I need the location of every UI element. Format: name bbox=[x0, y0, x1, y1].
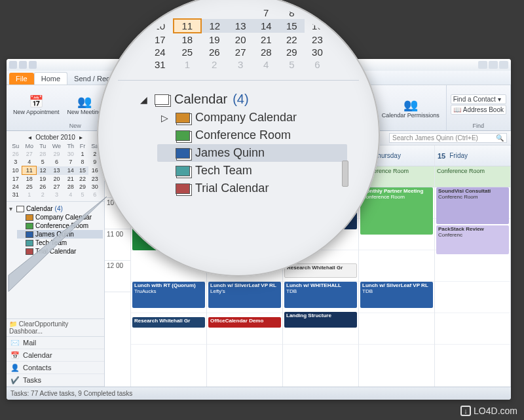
navigation-pane: ◂ October 2010 ▸ SuMoTuWeThFrSa 26272829… bbox=[7, 131, 105, 387]
watermark: LO4D.com bbox=[460, 406, 517, 416]
calendar-event[interactable]: PackStack ReviewConferenc bbox=[436, 225, 509, 254]
calendar-event[interactable]: OfficeCalendar Demo bbox=[208, 317, 281, 328]
minical-grid[interactable]: SuMoTuWeThFrSa 2627282930123456789101112… bbox=[9, 142, 102, 199]
search-input[interactable]: Search James Quinn (Ctrl+E) 🔍 bbox=[389, 133, 507, 143]
magnifier-overlay: 7810111213141516171819202122232425262728… bbox=[97, 0, 380, 277]
nav-tasks[interactable]: ✔️Tasks bbox=[7, 374, 104, 387]
sidebar-item-trial-calendar[interactable]: Trial Calendar bbox=[17, 247, 103, 256]
tab-file[interactable]: File bbox=[9, 73, 34, 85]
calendar-color-icon bbox=[176, 148, 190, 159]
calendar-event[interactable]: Lunch w/ WHITEHALLTDB bbox=[284, 282, 357, 308]
prev-month-icon[interactable]: ◂ bbox=[28, 134, 31, 141]
nav-links: ✉️Mail 📅Calendar 👤Contacts ✔️Tasks bbox=[7, 336, 104, 387]
nav-mail[interactable]: ✉️Mail bbox=[7, 337, 104, 349]
scrollbar-thumb[interactable] bbox=[342, 161, 348, 187]
dashboard-row[interactable]: 📁 ClearOpportunity Dashboar... bbox=[7, 318, 104, 336]
calendar-event[interactable]: Landing Structure bbox=[284, 312, 357, 328]
calendar-color-icon bbox=[26, 214, 33, 221]
calendar-icon bbox=[16, 206, 24, 212]
calendar-color-icon bbox=[176, 166, 190, 176]
calendar-color-icon bbox=[176, 113, 190, 123]
calendar-event[interactable]: Lunch with RT (Quorum)TruAucks bbox=[132, 282, 205, 308]
qat-button[interactable] bbox=[29, 61, 37, 69]
day-column[interactable]: Conference RoomSoundVisi ConsultatiConfe… bbox=[435, 166, 511, 387]
find-contact-input[interactable]: Find a Contact ▾ bbox=[451, 94, 506, 104]
download-icon bbox=[460, 406, 471, 416]
maximize-button[interactable] bbox=[489, 61, 498, 69]
mail-icon: ✉️ bbox=[10, 339, 20, 347]
chevron-down-icon: ▾ bbox=[498, 96, 501, 103]
day-header[interactable]: 15Friday bbox=[435, 145, 511, 166]
ribbon-group-find: Find a Contact ▾ 📖 Address Book Find bbox=[447, 85, 511, 130]
minimize-button[interactable] bbox=[478, 61, 487, 69]
status-bar: Tasks: 77 Active tasks, 9 Completed task… bbox=[7, 387, 511, 400]
nav-calendar[interactable]: 📅Calendar bbox=[7, 349, 104, 362]
calendar-event[interactable]: SoundVisi ConsultatiConferenc Room bbox=[436, 187, 509, 224]
qat-button[interactable] bbox=[19, 61, 27, 69]
calendar-tree: ▾ Calendar (4) Company CalendarConferenc… bbox=[7, 202, 104, 318]
magnified-tree: ◢ Calendar (4) ▷Company CalendarConferen… bbox=[136, 90, 347, 197]
sidebar-item-trial-calendar[interactable]: Trial Calendar bbox=[157, 180, 347, 197]
allday-event[interactable]: Conference Room bbox=[435, 166, 510, 187]
sidebar-item-conference-room[interactable]: Conference Room bbox=[157, 126, 347, 144]
folder-icon: 📁 bbox=[9, 320, 17, 328]
month-label: October 2010 bbox=[35, 134, 75, 141]
sidebar-item-james-quinn[interactable]: James Quinn bbox=[157, 144, 347, 162]
day-column[interactable]: Conference RoomMonthly Partner MeetingCo… bbox=[359, 166, 435, 387]
sidebar-item-james-quinn[interactable]: James Quinn bbox=[17, 230, 103, 239]
sidebar-item-conference-room[interactable]: Conference Room bbox=[17, 221, 103, 230]
calendar-event[interactable]: Research Whitehall Gr bbox=[132, 317, 205, 328]
group-label: Find bbox=[473, 123, 485, 129]
sidebar-item-company-calendar[interactable]: Company Calendar bbox=[17, 213, 103, 221]
meeting-icon: 👥 bbox=[77, 94, 92, 109]
book-icon: 📖 bbox=[453, 106, 461, 113]
tree-header[interactable]: ◢ Calendar (4) bbox=[136, 90, 347, 109]
next-month-icon[interactable]: ▸ bbox=[79, 134, 83, 141]
qat-button[interactable] bbox=[9, 61, 17, 69]
sidebar-item-tech-team[interactable]: Tech Team bbox=[157, 162, 347, 180]
calendar-event[interactable]: Lunch w/ SilverLeaf VP RLLefty's bbox=[208, 282, 281, 308]
group-label: New bbox=[69, 123, 81, 129]
calendar-icon: 📅 bbox=[10, 351, 20, 359]
sidebar-item-company-calendar[interactable]: ▷Company Calendar bbox=[157, 109, 347, 126]
caret-down-icon: ◢ bbox=[140, 94, 149, 105]
calendar-icon: 📅 bbox=[28, 94, 44, 109]
close-button[interactable] bbox=[499, 61, 508, 69]
calendar-event[interactable]: Research Whitehall Gr bbox=[284, 263, 357, 278]
calendar-color-icon bbox=[26, 240, 33, 246]
address-book-button[interactable]: 📖 Address Book bbox=[451, 105, 506, 115]
calendar-event[interactable]: Lunch w/ SilverLeaf VP RLTDB bbox=[360, 282, 433, 308]
calendar-color-icon bbox=[176, 183, 190, 194]
mini-calendar[interactable]: ◂ October 2010 ▸ SuMoTuWeThFrSa 26272829… bbox=[7, 131, 104, 202]
calendar-event[interactable]: Monthly Partner MeetingConference Room bbox=[360, 187, 433, 235]
ribbon-group-permissions: 👥 Calendar Permissions bbox=[375, 85, 447, 130]
calendar-color-icon bbox=[26, 231, 33, 238]
nav-contacts[interactable]: 👤Contacts bbox=[7, 362, 104, 374]
tasks-icon: ✔️ bbox=[10, 376, 20, 384]
new-appointment-button[interactable]: 📅 New Appointment bbox=[10, 92, 62, 117]
magnified-minicalendar: 7810111213141516171819202122232425262728… bbox=[147, 7, 330, 71]
tab-home[interactable]: Home bbox=[34, 72, 67, 85]
calendar-permissions-button[interactable]: 👥 Calendar Permissions bbox=[379, 96, 442, 121]
caret-down-icon: ▾ bbox=[9, 205, 14, 212]
calendar-color-icon bbox=[26, 248, 33, 255]
calendar-icon bbox=[155, 94, 169, 105]
calendar-color-icon bbox=[26, 223, 33, 229]
tree-header[interactable]: ▾ Calendar (4) bbox=[8, 204, 103, 213]
caret-right-icon: ▷ bbox=[161, 113, 170, 123]
people-icon: 👥 bbox=[403, 97, 419, 113]
search-icon: 🔍 bbox=[496, 134, 504, 142]
sidebar-item-tech-team[interactable]: Tech Team bbox=[17, 239, 103, 247]
calendar-color-icon bbox=[176, 130, 190, 141]
contacts-icon: 👤 bbox=[10, 364, 20, 372]
